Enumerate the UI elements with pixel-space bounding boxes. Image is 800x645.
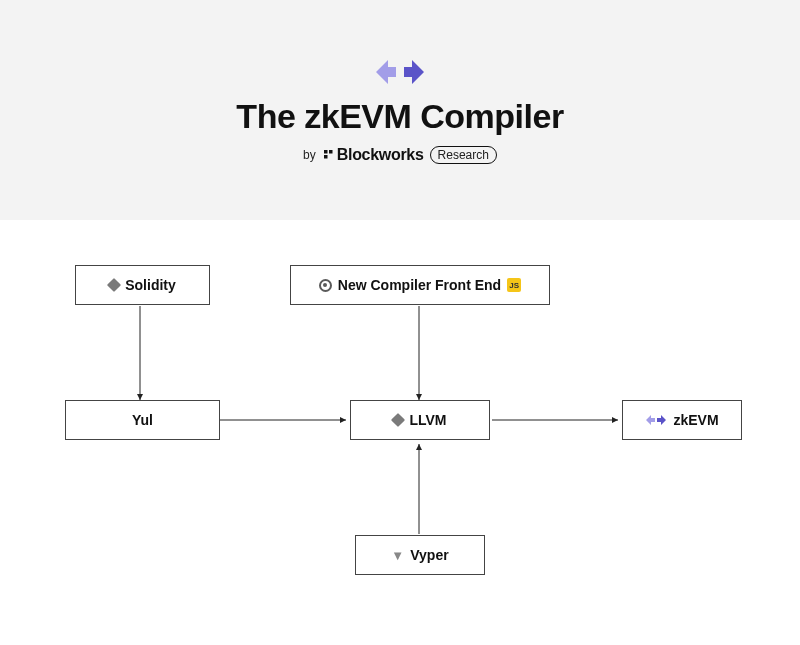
header: The zkEVM Compiler by Blockworks Researc… [0, 0, 800, 220]
gear-icon [319, 279, 332, 292]
js-shield-icon: JS [507, 278, 521, 292]
node-label: Solidity [125, 277, 176, 293]
solidity-icon [107, 278, 121, 292]
vyper-icon: ▼ [391, 548, 404, 563]
page-title: The zkEVM Compiler [236, 97, 563, 136]
research-pill: Research [430, 146, 497, 164]
node-llvm: LLVM [350, 400, 490, 440]
solidity-icon [391, 413, 405, 427]
node-vyper: ▼ Vyper [355, 535, 485, 575]
node-label: zkEVM [673, 412, 718, 428]
node-zkevm: zkEVM [622, 400, 742, 440]
node-frontend: New Compiler Front End JS [290, 265, 550, 305]
node-solidity: Solidity [75, 265, 210, 305]
by-label: by [303, 148, 316, 162]
node-label: Yul [132, 412, 153, 428]
diagram-canvas: Solidity New Compiler Front End JS Yul L… [0, 220, 800, 645]
node-label: LLVM [409, 412, 446, 428]
svg-rect-1 [329, 150, 333, 154]
brand-label: Blockworks [322, 146, 424, 164]
node-label: New Compiler Front End [338, 277, 501, 293]
svg-rect-0 [324, 150, 328, 154]
byline: by Blockworks Research [303, 146, 497, 164]
arrows-icon [645, 414, 667, 426]
logo-arrows-icon [374, 57, 426, 87]
node-label: Vyper [410, 547, 448, 563]
brand-text: Blockworks [337, 146, 424, 164]
svg-rect-2 [324, 155, 328, 159]
node-yul: Yul [65, 400, 220, 440]
